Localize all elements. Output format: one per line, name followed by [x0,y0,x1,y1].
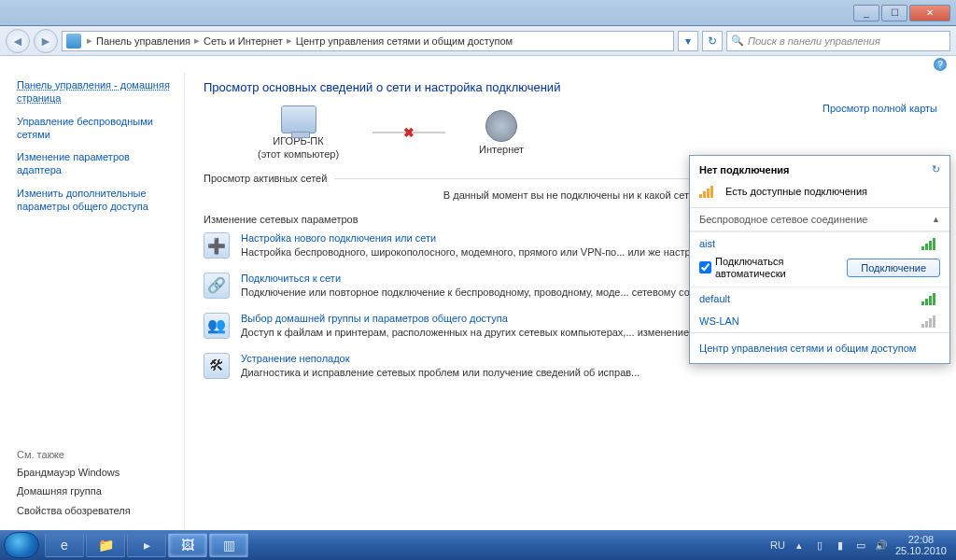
troubleshoot-icon: 🛠 [204,353,230,379]
sidebar-link-sharing[interactable]: Изменить дополнительные параметры общего… [17,187,176,214]
forward-button[interactable]: ► [34,29,58,53]
sidebar-link-adapter[interactable]: Изменение параметров адаптера [17,150,176,177]
sidebar-link-wireless[interactable]: Управление беспроводными сетями [17,115,176,142]
crumb-network-center[interactable]: Центр управления сетями и общим доступом [294,35,514,47]
taskbar-media[interactable]: ▸ [127,533,166,557]
tray-volume-icon[interactable]: 🔊 [875,539,888,552]
wifi-network-name: default [699,293,730,304]
wifi-flyout: Нет подключения ↻ Есть доступные подключ… [689,155,950,364]
signal-weak-icon [921,315,940,328]
taskbar: e 📁 ▸ 🖼 ▥ RU ▴ ▯ ▮ ▭ 🔊 22:08 25.10.2010 [0,530,956,560]
wifi-available-label: Есть доступные подключения [725,186,867,197]
tray-up-icon[interactable]: ▴ [793,539,806,552]
taskbar-app1[interactable]: 🖼 [168,533,207,557]
wifi-auto-connect[interactable]: Подключаться автоматически [699,256,841,279]
signal-strong-icon [921,237,940,250]
see-also-browser[interactable]: Свойства обозревателя [17,504,176,517]
connection-broken-icon: ✖ [373,132,445,133]
taskbar-ie[interactable]: e [45,533,84,557]
tray-battery-icon[interactable]: ▭ [854,539,867,552]
task-troubleshoot-desc: Диагностика и исправление сетевых пробле… [241,366,640,380]
maximize-button[interactable]: ☐ [881,5,907,21]
search-placeholder: Поиск в панели управления [748,35,880,47]
globe-icon [485,110,517,142]
pc-icon [281,105,316,133]
taskbar-app2[interactable]: ▥ [209,533,248,557]
system-tray: RU ▴ ▯ ▮ ▭ 🔊 22:08 25.10.2010 [770,534,952,556]
tray-network-icon[interactable]: ▮ [834,539,847,552]
tray-flag-icon[interactable]: ▯ [813,539,826,552]
taskbar-explorer[interactable]: 📁 [86,533,125,557]
help-row: ? [0,56,956,73]
refresh-button[interactable]: ↻ [702,31,723,51]
close-button[interactable]: ✕ [909,5,950,21]
signal-available-icon [699,185,718,198]
wifi-network-aist[interactable]: aist Подключаться автоматически Подключе… [690,231,949,287]
window-titlebar: _ ☐ ✕ [0,0,956,26]
wifi-network-name: WS-LAN [699,315,739,327]
search-icon: 🔍 [731,35,744,47]
sidebar-home-link[interactable]: Панель управления - домашняя страница [17,78,176,105]
crumb-control-panel[interactable]: Панель управления [94,35,192,47]
wifi-refresh-icon[interactable]: ↻ [932,163,940,175]
connect-icon: 🔗 [204,273,230,299]
sidebar: Панель управления - домашняя страница Уп… [0,73,185,530]
homegroup-icon: 👥 [204,313,230,339]
wifi-network-name: aist [699,238,715,249]
crumb-network-internet[interactable]: Сеть и Интернет [202,35,285,47]
wifi-auto-checkbox[interactable] [699,261,711,273]
language-indicator[interactable]: RU [770,539,785,551]
tray-clock[interactable]: 22:08 25.10.2010 [895,534,947,556]
help-icon[interactable]: ? [934,58,947,71]
full-map-link[interactable]: Просмотр полной карты [822,103,937,114]
node-internet: Интернет [479,110,524,155]
search-input[interactable]: 🔍 Поиск в панели управления [726,31,950,51]
breadcrumb[interactable]: ▸ Панель управления ▸ Сеть и Интернет ▸ … [62,31,674,51]
task-troubleshoot-link[interactable]: Устранение неполадок [241,353,640,364]
wifi-network-center-link[interactable]: Центр управления сетями и общим доступом [699,343,916,354]
wifi-no-connection-label: Нет подключения [699,164,790,175]
address-row: ◄ ► ▸ Панель управления ▸ Сеть и Интерне… [0,26,956,56]
new-connection-icon: ➕ [204,232,230,259]
minimize-button[interactable]: _ [853,5,879,21]
pc-subtitle: (этот компьютер) [258,148,339,160]
start-button[interactable] [4,532,39,558]
wifi-network-wslan[interactable]: WS-LAN [690,310,949,332]
wifi-network-default[interactable]: default [690,287,949,310]
see-also-firewall[interactable]: Брандмауэр Windows [17,466,176,479]
signal-strong-icon [921,292,940,305]
node-this-pc: ИГОРЬ-ПК (этот компьютер) [258,105,339,160]
address-dropdown-button[interactable]: ▾ [678,31,698,51]
wifi-connect-button[interactable]: Подключение [847,259,940,277]
chevron-up-icon: ▲ [932,215,940,224]
see-also-heading: См. также [17,449,176,460]
page-title: Просмотр основных сведений о сети и наст… [204,80,937,94]
control-panel-icon [66,34,81,49]
wifi-category[interactable]: Беспроводное сетевое соединение ▲ [690,208,949,231]
internet-label: Интернет [479,144,524,155]
back-button[interactable]: ◄ [6,29,30,53]
see-also-homegroup[interactable]: Домашняя группа [17,484,176,497]
